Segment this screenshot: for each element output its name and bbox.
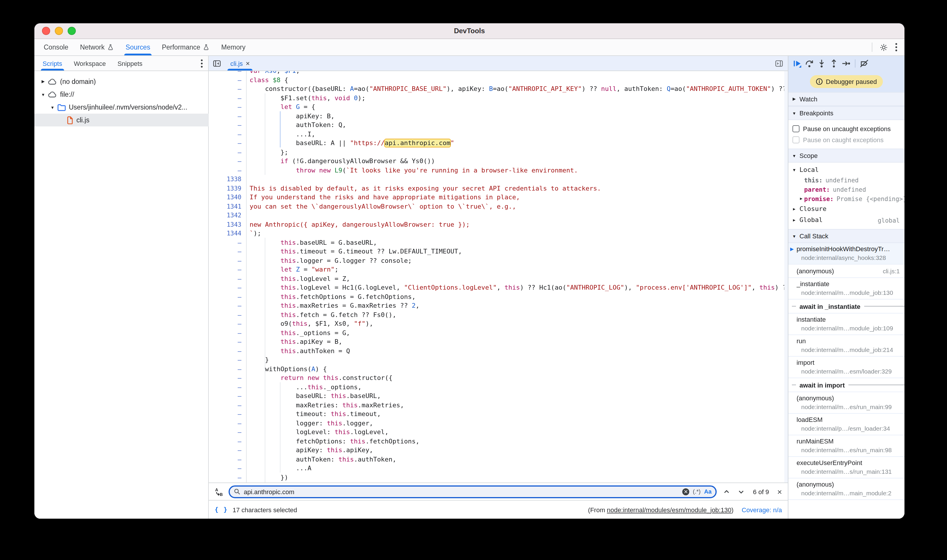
call-stack-frame[interactable]: importnode:internal/m…esm/loader:329 (788, 357, 904, 378)
gutter-line-number[interactable]: – (209, 157, 247, 166)
more-vertical-icon[interactable] (895, 43, 898, 52)
tab-close-icon[interactable]: × (246, 60, 250, 67)
section-watch[interactable]: ▶ Watch (788, 92, 904, 106)
chevron-down-icon[interactable]: ▼ (49, 105, 56, 109)
gutter-line-number[interactable]: – (209, 446, 247, 455)
call-stack-frame[interactable]: (anonymous)cli.js:1 (788, 265, 904, 278)
gutter-line-number[interactable]: – (209, 464, 247, 473)
gutter-line-number[interactable]: 1342 (209, 211, 247, 220)
breakpoint-option[interactable]: Pause on uncaught exceptions (788, 123, 904, 134)
navigator-tab-workspace[interactable]: Workspace (68, 56, 112, 71)
close-find-icon[interactable]: × (777, 488, 782, 495)
step-into-icon[interactable] (817, 58, 826, 68)
tree-item-cli-js[interactable]: cli.js (34, 114, 230, 126)
clear-search-icon[interactable]: ✕ (682, 488, 689, 495)
call-stack-frame[interactable]: executeUserEntryPointnode:internal/m…s/r… (788, 457, 904, 478)
gutter-line-number[interactable]: – (209, 256, 247, 265)
checkbox[interactable] (793, 136, 799, 143)
scope-property-parent[interactable]: parent:undefined (788, 185, 904, 194)
settings-gear-icon[interactable] (879, 43, 888, 52)
gutter-line-number[interactable]: – (209, 130, 247, 139)
replace-toggle-icon[interactable]: AB (214, 487, 223, 496)
gutter-line-number[interactable]: – (209, 401, 247, 410)
minimize-window-button[interactable] (55, 27, 63, 35)
gutter-line-number[interactable]: – (209, 94, 247, 103)
code-editor[interactable]: –var Xs0, $F1;–class $8 {– constructor({… (209, 71, 788, 483)
tab-performance[interactable]: Performance (156, 39, 216, 55)
gutter-line-number[interactable]: 1341 (209, 202, 247, 211)
resume-icon[interactable] (793, 58, 802, 68)
regex-toggle[interactable]: (.*) (693, 488, 701, 495)
pretty-print-icon[interactable]: { } (214, 506, 228, 513)
section-scope[interactable]: ▼ Scope (788, 149, 904, 163)
gutter-line-number[interactable]: – (209, 310, 247, 319)
gutter-line-number[interactable]: – (209, 103, 247, 112)
gutter-line-number[interactable]: – (209, 374, 247, 383)
scope-property-this[interactable]: this:undefined (788, 175, 904, 185)
search-field[interactable]: ✕ (.*) Aa (228, 485, 717, 498)
tab-console[interactable]: Console (38, 39, 74, 55)
gutter-line-number[interactable]: – (209, 337, 247, 346)
gutter-line-number[interactable]: – (209, 428, 247, 437)
call-stack-frame[interactable]: (anonymous)node:internal/m…main_module:2 (788, 478, 904, 500)
gutter-line-number[interactable]: – (209, 238, 247, 247)
previous-match-icon[interactable] (722, 488, 731, 495)
gutter-line-number[interactable]: – (209, 85, 247, 94)
gutter-line-number[interactable]: – (209, 139, 247, 148)
tree-item--no-domain-[interactable]: ▶(no domain) (34, 75, 208, 88)
gutter-line-number[interactable]: – (209, 166, 247, 175)
navigator-tab-scripts[interactable]: Scripts (37, 56, 68, 71)
gutter-line-number[interactable]: 1344 (209, 229, 247, 238)
call-stack-frame[interactable]: runMainESMnode:internal/m…es/run_main:98 (788, 435, 904, 457)
gutter-line-number[interactable]: – (209, 328, 247, 337)
coverage-link[interactable]: Coverage: n/a (742, 506, 782, 513)
call-stack-frame[interactable]: _instantiatenode:internal/m…module_job:1… (788, 278, 904, 300)
zoom-window-button[interactable] (68, 27, 76, 35)
next-match-icon[interactable] (737, 488, 746, 495)
tab-network[interactable]: Network (74, 39, 120, 55)
chevron-down-icon[interactable]: ▼ (40, 92, 46, 97)
gutter-line-number[interactable]: – (209, 419, 247, 428)
scope-group-closure[interactable]: ▶Closure (788, 203, 904, 214)
search-input[interactable] (244, 488, 679, 495)
gutter-line-number[interactable]: – (209, 71, 247, 75)
gutter-line-number[interactable]: 1343 (209, 220, 247, 229)
gutter-line-number[interactable]: – (209, 292, 247, 301)
call-stack-frame[interactable]: instantiatenode:internal/m…module_job:10… (788, 314, 904, 335)
gutter-line-number[interactable]: – (209, 365, 247, 374)
gutter-line-number[interactable]: – (209, 283, 247, 292)
gutter-line-number[interactable]: 1340 (209, 193, 247, 202)
gutter-line-number[interactable]: – (209, 274, 247, 283)
match-case-toggle[interactable]: Aa (704, 488, 712, 495)
gutter-line-number[interactable]: – (209, 112, 247, 121)
chevron-right-icon[interactable]: ▶ (798, 196, 804, 201)
gutter-line-number[interactable]: – (209, 148, 247, 157)
gutter-line-number[interactable]: – (209, 319, 247, 328)
call-stack-frame[interactable]: (anonymous)node:internal/m…es/run_main:9… (788, 392, 904, 414)
gutter-line-number[interactable]: – (209, 455, 247, 464)
call-stack-frame[interactable]: ▶promiseInitHookWithDestroyTr…node:inter… (788, 243, 904, 265)
step-out-icon[interactable] (829, 58, 839, 68)
gutter-line-number[interactable]: – (209, 355, 247, 365)
chevron-right-icon[interactable]: ▶ (40, 79, 46, 84)
tab-memory[interactable]: Memory (216, 39, 251, 55)
scope-group-local[interactable]: ▼Local (788, 164, 904, 175)
gutter-line-number[interactable]: – (209, 392, 247, 401)
scope-group-global[interactable]: ▶Globalglobal (788, 214, 904, 226)
tab-sources[interactable]: Sources (120, 39, 156, 55)
source-origin-link[interactable]: node:internal/modules/esm/module_job:130 (607, 506, 731, 513)
editor-tab-clijs[interactable]: cli.js × (225, 56, 255, 71)
hide-debugger-icon[interactable] (775, 59, 783, 67)
gutter-line-number[interactable]: – (209, 383, 247, 392)
gutter-line-number[interactable]: – (209, 265, 247, 274)
call-stack-frame[interactable]: runnode:internal/m…module_job:214 (788, 335, 904, 357)
gutter-line-number[interactable]: – (209, 301, 247, 310)
gutter-line-number[interactable]: – (209, 437, 247, 446)
call-stack-frame[interactable]: loadESMnode:internal/p…/esm_loader:34 (788, 414, 904, 435)
gutter-line-number[interactable]: – (209, 410, 247, 419)
close-window-button[interactable] (42, 27, 50, 35)
gutter-line-number[interactable]: – (209, 121, 247, 130)
deactivate-breakpoints-icon[interactable] (859, 58, 869, 68)
hide-navigator-icon[interactable] (213, 59, 221, 67)
section-breakpoints[interactable]: ▼ Breakpoints (788, 106, 904, 120)
